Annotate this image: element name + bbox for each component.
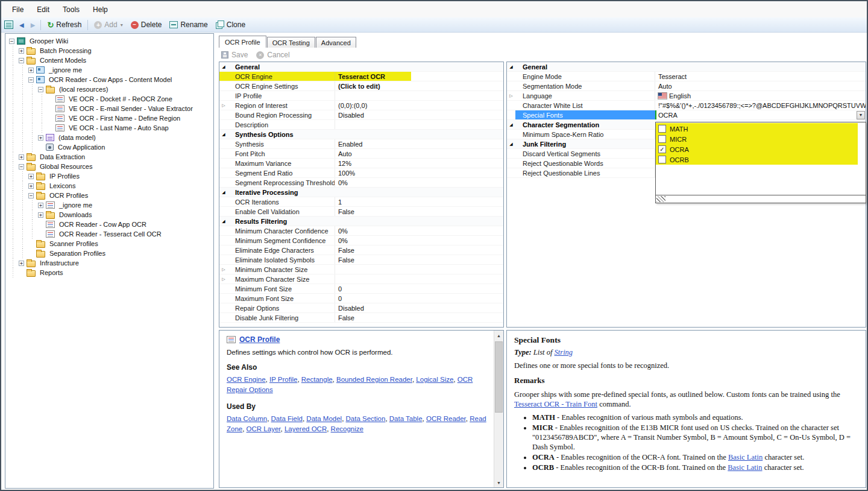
collapse-minus-icon[interactable]: − [19, 58, 24, 63]
property-row[interactable]: Enable Cell ValidationFalse [219, 207, 503, 217]
tree-item[interactable]: −OCR Profiles [5, 191, 213, 200]
tree-item[interactable]: +Batch Processing [5, 46, 213, 55]
expand-plus-icon[interactable]: + [38, 212, 43, 218]
help-link[interactable]: OCR Layer [247, 425, 281, 432]
tab-advanced[interactable]: Advanced [316, 37, 356, 48]
property-category-row[interactable]: ◢Iterative Processing [219, 188, 503, 197]
property-row[interactable]: OCR Engine Settings(Click to edit) [219, 81, 503, 91]
property-value[interactable]: 100% [335, 168, 503, 177]
scrollbar[interactable]: ▲ ▼ [494, 331, 503, 487]
tree-item[interactable]: +_ignore me [5, 65, 213, 75]
tree-item[interactable]: −Content Models [5, 55, 213, 65]
property-row[interactable]: Maximum Font Size0 [219, 294, 503, 303]
help-link[interactable]: Recognize [331, 425, 363, 432]
scroll-up-icon[interactable]: ▲ [494, 331, 503, 340]
property-value[interactable]: 0 [335, 294, 503, 303]
property-value[interactable]: 0% [335, 178, 503, 187]
help-link[interactable]: Rectangle [301, 376, 333, 383]
menu-item-edit[interactable]: Edit [30, 1, 56, 17]
tree-item[interactable]: +Downloads [5, 210, 213, 220]
tree-item[interactable]: OCR Reader - Tesseract Cell OCR [5, 229, 213, 239]
tree-item[interactable]: −Grooper Wiki [5, 36, 213, 46]
collapse-minus-icon[interactable]: − [9, 39, 14, 44]
tree-item[interactable]: +Infrastructure [5, 258, 213, 268]
tab-ocr-testing[interactable]: OCR Testing [267, 37, 315, 48]
property-row[interactable]: Bound Region ProcessingDisabled [219, 110, 503, 120]
expand-plus-icon[interactable]: + [19, 154, 24, 160]
delete-button[interactable]: −Delete [128, 19, 165, 30]
scrollbar-track[interactable] [494, 340, 503, 478]
property-row[interactable]: Description [219, 120, 503, 130]
property-row[interactable]: Engine ModeTesseract [507, 72, 866, 81]
property-value[interactable] [335, 120, 503, 129]
property-row[interactable]: Eliminate Isolated SymbolsFalse [219, 255, 503, 265]
help-link[interactable]: Data Section [346, 415, 386, 422]
collapse-minus-icon[interactable]: − [38, 87, 43, 92]
property-value[interactable]: 12% [335, 159, 503, 168]
tree-item[interactable]: +Data Extraction [5, 152, 213, 162]
property-row[interactable]: Character White List!"#$%&'()*+,-./01234… [507, 101, 866, 110]
property-value[interactable]: Auto [335, 149, 503, 158]
property-category-row[interactable]: ◢Synthesis Options [219, 130, 503, 139]
help-link[interactable]: Layered OCR [285, 425, 327, 432]
help-link[interactable]: Data Column [227, 415, 267, 422]
tree-item[interactable]: Cow Application [5, 142, 213, 152]
property-row[interactable]: Special FontsOCRA▼ [507, 110, 866, 120]
tree-item[interactable]: VE OCR - Last Name - Auto Snap [5, 123, 213, 133]
expand-plus-icon[interactable]: + [19, 48, 24, 54]
category-collapse-icon[interactable]: ◢ [507, 63, 515, 71]
property-row[interactable]: ▷Minimum Character Size [219, 265, 503, 274]
property-value[interactable]: 0% [335, 226, 503, 235]
refresh-button[interactable]: ↻Refresh [44, 19, 84, 30]
help-link[interactable]: IP Profile [269, 376, 297, 383]
property-value[interactable]: Auto [655, 81, 866, 90]
expand-plus-icon[interactable]: + [38, 203, 43, 208]
menu-item-help[interactable]: Help [86, 1, 115, 17]
property-row[interactable]: Repair OptionsDisabled [219, 303, 503, 313]
rename-button[interactable]: Rename [166, 19, 210, 30]
tree-item[interactable]: Separation Profiles [5, 249, 213, 258]
help-link[interactable]: Bounded Region Reader [336, 376, 412, 383]
save-button[interactable]: Save [221, 51, 248, 59]
property-expand-icon[interactable]: ▷ [507, 92, 515, 100]
string-type-link[interactable]: String [555, 348, 573, 356]
back-arrow-icon[interactable]: ◀ [17, 22, 27, 28]
help-link[interactable]: Data Model [306, 415, 342, 422]
help-link[interactable]: OCR Reader [426, 415, 466, 422]
property-value[interactable]: Disabled [335, 303, 503, 312]
property-value[interactable]: False [335, 255, 503, 264]
property-value[interactable]: (Click to edit) [335, 81, 503, 90]
property-row[interactable]: ▷LanguageEnglish [507, 91, 866, 101]
help-link[interactable]: Data Table [389, 415, 423, 422]
tree-item[interactable]: VE OCR - First Name - Define Region [5, 113, 213, 123]
category-collapse-icon[interactable]: ◢ [219, 217, 228, 226]
property-row[interactable]: Segment End Ratio100% [219, 168, 503, 178]
property-value[interactable]: English [655, 91, 866, 100]
menu-item-file[interactable]: File [5, 1, 30, 17]
scroll-down-icon[interactable]: ▼ [494, 478, 503, 487]
property-expand-icon[interactable]: ▷ [219, 265, 228, 274]
property-value[interactable]: Disabled [335, 110, 503, 119]
category-collapse-icon[interactable]: ◢ [219, 63, 228, 71]
clone-button[interactable]: Clone [213, 19, 248, 30]
tree-item[interactable]: −Global Resources [5, 162, 213, 171]
property-row[interactable]: OCR Iterations1 [219, 197, 503, 207]
property-row[interactable]: Minimum Font Size0 [219, 284, 503, 294]
train-font-link[interactable]: Tesseract OCR - Train Font [514, 400, 597, 408]
expand-plus-icon[interactable]: + [19, 261, 24, 266]
ocr-profile-help-link[interactable]: OCR Profile [239, 335, 280, 344]
expand-plus-icon[interactable]: + [28, 68, 34, 73]
dropdown-arrow-icon[interactable]: ▼ [857, 111, 865, 119]
property-value[interactable]: 0 [335, 284, 503, 293]
category-collapse-icon[interactable]: ◢ [219, 188, 228, 197]
tree-item[interactable]: +IP Profiles [5, 171, 213, 181]
help-link[interactable]: Logical Size [416, 376, 453, 383]
tab-ocr-profile[interactable]: OCR Profile [219, 36, 266, 48]
property-row[interactable]: Eliminate Edge CharactersFalse [219, 246, 503, 255]
scrollbar-thumb[interactable] [495, 341, 503, 413]
category-collapse-icon[interactable]: ◢ [219, 130, 228, 139]
property-row[interactable]: Minimum Character Confidence0% [219, 226, 503, 236]
property-value[interactable]: (0,0):(0,0) [335, 101, 503, 110]
property-value[interactable]: Tesseract [655, 72, 866, 81]
category-collapse-icon[interactable]: ◢ [507, 121, 515, 129]
